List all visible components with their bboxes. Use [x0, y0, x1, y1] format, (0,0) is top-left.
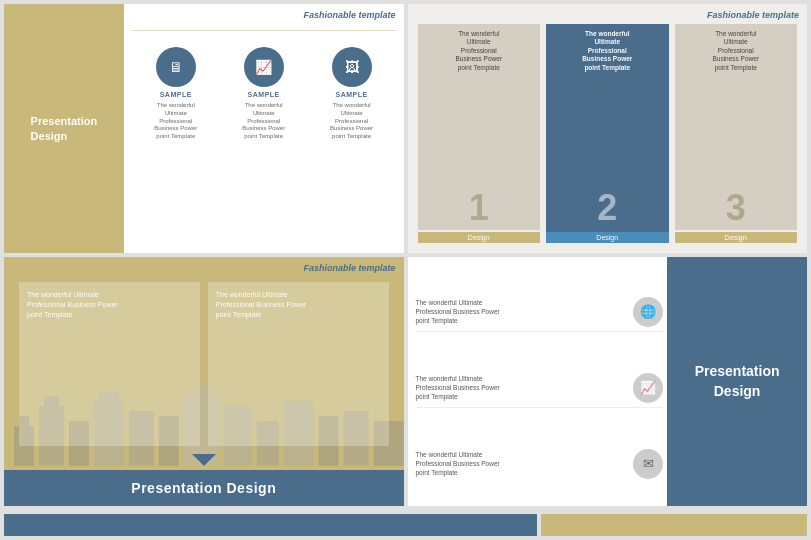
chart-icon: 📈 [633, 373, 663, 403]
slide2-col1-design: Design [418, 232, 541, 243]
slide3-arrow [4, 454, 404, 466]
slide2-col3-inner: The wonderfulUltimateProfessionalBusines… [675, 24, 798, 230]
slide4-row2-text: The wonderful UltimateProfessional Busin… [416, 374, 626, 401]
slide2-col3-design: Design [675, 232, 798, 243]
slide4-right-panel: PresentationDesign [667, 257, 807, 506]
slide4-row3-text: The wonderful UltimateProfessional Busin… [416, 450, 626, 477]
down-arrow-icon [192, 454, 216, 466]
sample-item-3: 🖼 SAMPLE The wonderfulUltimateProfession… [308, 47, 396, 141]
slide-1: Fashionable template PresentationDesign … [4, 4, 404, 253]
slide2-header: Fashionable template [707, 10, 799, 20]
slide2-col-1: The wonderfulUltimateProfessionalBusines… [418, 24, 541, 243]
sample-item-2: 📈 SAMPLE The wonderfulUltimateProfession… [220, 47, 308, 141]
sample-icon-3: 🖼 [332, 47, 372, 87]
bottom-bar-segment-1 [4, 514, 537, 536]
slide2-brand: Fashionable [707, 10, 760, 20]
slide-2: Fashionable template The wonderfulUltima… [408, 4, 808, 253]
sample-icon-1: 🖥 [156, 47, 196, 87]
slide3-header-suffix: template [358, 263, 395, 273]
slide3-brand: Fashionable [303, 263, 356, 273]
slide-3: Fashionable template The wonderful [4, 257, 404, 506]
sample-icon-2: 📈 [244, 47, 284, 87]
slide2-col2-number: 2 [597, 190, 617, 226]
mail-icon: ✉ [633, 449, 663, 479]
slide3-box-2: The wonderful UltimateProfessional Busin… [208, 282, 389, 446]
slide2-col1-text: The wonderfulUltimateProfessionalBusines… [455, 30, 502, 72]
slide2-col3-text: The wonderfulUltimateProfessionalBusines… [712, 30, 759, 72]
globe-icon: 🌐 [633, 297, 663, 327]
slide4-row-1: The wonderful UltimateProfessional Busin… [416, 293, 664, 332]
slide2-col2-text: The wonderfulUltimateProfessionalBusines… [582, 30, 632, 72]
slide2-col-3: The wonderfulUltimateProfessionalBusines… [675, 24, 798, 243]
slide2-col3-number: 3 [726, 190, 746, 226]
bottom-bar-segment-2 [541, 514, 807, 536]
sample-desc-3: The wonderfulUltimateProfessionalBusines… [330, 102, 373, 141]
sample-label-2: SAMPLE [248, 91, 280, 98]
slide4-row-3: The wonderful UltimateProfessional Busin… [416, 445, 664, 483]
slide2-col1-number: 1 [469, 190, 489, 226]
slide3-content: The wonderful UltimateProfessional Busin… [4, 257, 404, 506]
slide3-box-1: The wonderful UltimateProfessional Busin… [19, 282, 200, 446]
slide1-separator [132, 30, 396, 31]
sample-desc-1: The wonderfulUltimateProfessionalBusines… [154, 102, 197, 141]
slide-4: Fashionable template The wonderful Ultim… [408, 257, 808, 506]
sample-label-3: SAMPLE [335, 91, 367, 98]
slide3-title: Presentation Design [4, 470, 404, 506]
slide1-left-panel: PresentationDesign [4, 4, 124, 253]
slide1-title: PresentationDesign [31, 114, 98, 143]
slide4-row1-text: The wonderful UltimateProfessional Busin… [416, 298, 626, 325]
slide1-samples: 🖥 SAMPLE The wonderfulUltimateProfession… [132, 47, 396, 141]
slide4-left-panel: The wonderful UltimateProfessional Busin… [416, 277, 664, 498]
sample-item-1: 🖥 SAMPLE The wonderfulUltimateProfession… [132, 47, 220, 141]
slide2-col2-inner: The wonderfulUltimateProfessionalBusines… [546, 24, 669, 230]
slide2-col2-design: Design [546, 232, 669, 243]
slide2-header-suffix: template [762, 10, 799, 20]
bottom-bar [0, 510, 811, 540]
sample-desc-2: The wonderfulUltimateProfessionalBusines… [242, 102, 285, 141]
sample-label-1: SAMPLE [160, 91, 192, 98]
slide3-header: Fashionable template [303, 263, 395, 273]
slide2-col1-inner: The wonderfulUltimateProfessionalBusines… [418, 24, 541, 230]
slide3-boxes: The wonderful UltimateProfessional Busin… [4, 257, 404, 454]
slide4-right-title: PresentationDesign [695, 362, 780, 401]
slides-grid: Fashionable template PresentationDesign … [0, 0, 811, 510]
slide4-row-2: The wonderful UltimateProfessional Busin… [416, 369, 664, 408]
slide1-right-panel: 🖥 SAMPLE The wonderfulUltimateProfession… [124, 4, 404, 253]
slide2-columns: The wonderfulUltimateProfessionalBusines… [418, 24, 798, 243]
slide2-col-2: The wonderfulUltimateProfessionalBusines… [546, 24, 669, 243]
